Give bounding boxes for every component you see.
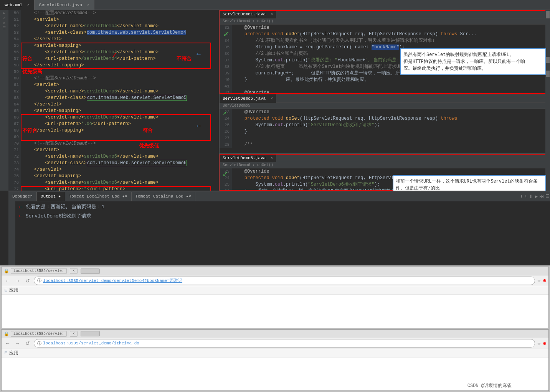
java6-line-26: 26 } 和前一个请求URL一样，这个请求URL也有两个Servlet的映射符合… xyxy=(220,188,550,191)
breadcrumb-demo6: ServletDemo6 › doGet() xyxy=(220,162,550,168)
xml-line-73: 73 <servlet-class>com.itheima.web.servle… xyxy=(8,160,219,166)
xml-line-71: 71 <servlet> xyxy=(8,147,219,153)
xml-line-76: 76 <servlet-name>servletDemo6</servlet-n… xyxy=(8,180,219,186)
browsers-section: 🔒 localhost:8585/servle: × ← → ↺ ⓘ local… xyxy=(0,265,550,392)
browser-window-2: 🔒 localhost:8585/servle: × ← → ↺ ⓘ local… xyxy=(1,329,549,391)
xml-line-53: 53 <servlet-class>com.itheima.web.servle… xyxy=(8,30,219,36)
main-window: web.xml × ServletDemo1.java × ▶ ↺ ⚙ ☰ xyxy=(0,0,550,392)
xml-panel: 50 <!--配置ServletDemo4--> 51 <servlet> 52… xyxy=(8,10,220,191)
browser1-extra-btn[interactable] xyxy=(81,268,100,274)
browser2-forward[interactable]: → xyxy=(14,339,21,347)
right-panels: ServletDemo1.java × ServletDemo4 › doGet… xyxy=(220,10,550,191)
scrollbar-thumb-3[interactable] xyxy=(546,71,550,77)
debug-icon-3[interactable]: ⏸ xyxy=(529,194,533,199)
browser2-url-container[interactable]: ⓘ localhost:8585/servlet_demo/itheima.do xyxy=(34,339,535,348)
demo1-code: 32 @Override 33 protected void doGet(Htt… xyxy=(220,25,550,94)
apps-label-1: 应用 xyxy=(9,287,18,293)
tab-servlet-demo5-panel[interactable]: ServletDemo5.java × xyxy=(220,94,276,103)
java1-line-36: 36 //2.输出书名和当前页码 xyxy=(220,51,550,57)
xml-line-61: 61 <servlet> xyxy=(8,82,219,88)
tab-web-xml-close[interactable]: × xyxy=(27,3,30,7)
tab-tomcat-catalina[interactable]: Tomcat Catalina Log ✦× xyxy=(132,192,195,201)
java-panel-demo1: ServletDemo1.java × ServletDemo4 › doGet… xyxy=(220,10,550,94)
tab-servlet-demo6-panel[interactable]: ServletDemo6.java × xyxy=(220,154,276,162)
close-icon-2[interactable]: ⊕ xyxy=(543,340,546,347)
output-content: ← 您看的是：西游记, 当前页码是：1 ← ServletDemo6接收到了请求 xyxy=(15,201,550,265)
tab-debugger[interactable]: Debugger xyxy=(8,192,37,201)
browser1-tab-close[interactable]: × xyxy=(70,268,78,274)
tab-servlet-demo1[interactable]: ServletDemo1.java × xyxy=(35,0,94,10)
browser-window-1: 🔒 localhost:8585/servle: × ← → ↺ ⓘ local… xyxy=(1,267,549,328)
browser1-toolbar: ← → ↺ ⓘ localhost:8585/servlet_demo/serv… xyxy=(2,275,548,286)
gutter-icon-4: ☰ xyxy=(3,26,6,30)
xml-line-58: 58 </servlet-mapping> xyxy=(8,62,219,69)
lock-icon-1: ⓘ xyxy=(37,278,41,283)
xml-line-65: 65 <servlet-mapping> xyxy=(8,108,219,114)
debug-icon-5[interactable]: ⏮ xyxy=(539,194,544,199)
star-icon-2[interactable]: ☆ xyxy=(537,340,540,347)
ide-body: ▶ ↺ ⚙ ☰ 50 <!--配置ServletDemo4--> 51 xyxy=(0,10,550,191)
scrollbar-thumb-1[interactable] xyxy=(546,11,550,18)
close-icon-1[interactable]: ⊕ xyxy=(543,277,546,284)
top-tab-bar: web.xml × ServletDemo1.java × xyxy=(0,0,550,10)
right-scrollbar xyxy=(545,10,550,191)
tab-servlet-demo1-panel[interactable]: ServletDemo1.java × xyxy=(220,10,276,18)
breadcrumb-demo5: ServletDemo5 xyxy=(220,103,550,109)
browser1-reload[interactable]: ↺ xyxy=(24,277,31,285)
java5-line-27: 27 xyxy=(220,135,550,142)
xml-code-container: 50 <!--配置ServletDemo4--> 51 <servlet> 52… xyxy=(8,10,219,191)
browser1-url: localhost:8585/servlet_demo/servletDemo4… xyxy=(43,278,182,283)
browser1-apps-bar: ⊞ 应用 xyxy=(2,286,548,295)
xml-line-63: 63 <servlet-class>com.itheima.web.servle… xyxy=(8,95,219,101)
xml-line-68: 68 </servlet-mapping> xyxy=(8,127,219,134)
java5-line-26: 26 } xyxy=(220,128,550,135)
debug-body: ← 您看的是：西游记, 当前页码是：1 ← ServletDemo6接收到了请求 xyxy=(8,201,550,265)
browser2-extra-btn[interactable] xyxy=(81,331,100,336)
debug-icon-1[interactable]: ⬆ xyxy=(520,194,523,199)
tab-output[interactable]: Output ✦ xyxy=(37,192,65,201)
debug-icon-2[interactable]: ⬇ xyxy=(525,194,527,199)
browser1-back[interactable]: ← xyxy=(4,277,12,285)
apps-label-2: 应用 xyxy=(9,350,18,356)
xml-line-77: 77 <url-pattern>/*</url-pattern> xyxy=(8,186,219,191)
gutter-icon-2: ↺ xyxy=(3,16,5,20)
debug-side-gutter xyxy=(8,201,15,265)
scrollbar-thumb-2[interactable] xyxy=(546,57,550,63)
csdn-watermark: CSDN @诉衷情的麻雀 xyxy=(467,382,512,389)
browser2-toolbar: ← → ↺ ⓘ localhost:8585/servlet_demo/ithe… xyxy=(2,338,548,349)
java1-line-37: 37 System.out.println("您看的是: "+bookName+… xyxy=(220,57,550,64)
browser1-controls: 🔒 localhost:8585/servle: × xyxy=(2,267,548,275)
tab-web-xml-label: web.xml xyxy=(5,3,22,7)
java6-line-24: 24 protected void doGet(HttpServletReque… xyxy=(220,175,550,181)
browser2-tab-close[interactable]: × xyxy=(70,331,78,337)
browser2-reload[interactable]: ↺ xyxy=(24,339,31,347)
gutter-icon-3: ⚙ xyxy=(3,21,5,25)
tab-web-xml[interactable]: web.xml × xyxy=(0,0,35,10)
java-panel-demo6: ServletDemo6.java × ServletDemo6 › doGet… xyxy=(220,154,550,191)
browser2-tab-label[interactable]: localhost:8585/servle: xyxy=(11,331,67,337)
java1-line-38: 38 //3.执行翻页 虽然有两个Servlet的映射规则都能匹配上请求URL。 xyxy=(220,64,550,70)
tab-servlet1-label: ServletDemo1.java xyxy=(39,3,82,7)
java-panel-demo5: ServletDemo5.java × ServletDemo5 23 @Ove… xyxy=(220,94,550,154)
tab-tomcat-localhost[interactable]: Tomcat Localhost Log ✦× xyxy=(65,192,132,201)
debug-icon-6[interactable]: ☰ xyxy=(545,194,550,199)
browser2-back[interactable]: ← xyxy=(4,339,12,347)
debug-icon-4[interactable]: ▶ xyxy=(535,194,538,199)
browser1-forward[interactable]: → xyxy=(14,277,21,285)
tab-servlet1-close[interactable]: × xyxy=(87,3,89,7)
demo5-code: 23 @Override 24 protected void doGet(Htt… xyxy=(220,109,550,153)
xml-line-69: 69 xyxy=(8,134,219,140)
output-text-2: ServletDemo6接收到了请求 xyxy=(26,212,92,219)
java1-line-33: 33 protected void doGet(HttpServletReque… xyxy=(220,31,550,38)
java1-line-42: 42 @Override xyxy=(220,90,550,94)
debug-toolbar-icons: ⬆ ⬇ ⏸ ▶ ⏮ ☰ ☰ xyxy=(520,194,550,199)
output-line-2: ← ServletDemo6接收到了请求 xyxy=(18,212,550,220)
xml-line-66: 66 <servlet-name>servletDemo5</servlet-n… xyxy=(8,114,219,121)
java1-line-41: 41 xyxy=(220,83,550,90)
browser1-tab-label[interactable]: localhost:8585/servle: xyxy=(11,268,67,274)
star-icon-1[interactable]: ☆ xyxy=(537,277,540,284)
browser1-url-container[interactable]: ⓘ localhost:8585/servlet_demo/servletDem… xyxy=(34,277,535,285)
output-text-1: 您看的是：西游记, 当前页码是：1 xyxy=(26,203,104,210)
breadcrumb-demo4: ServletDemo4 › doGet() xyxy=(220,18,550,25)
output-arrow-1: ← xyxy=(18,203,23,211)
